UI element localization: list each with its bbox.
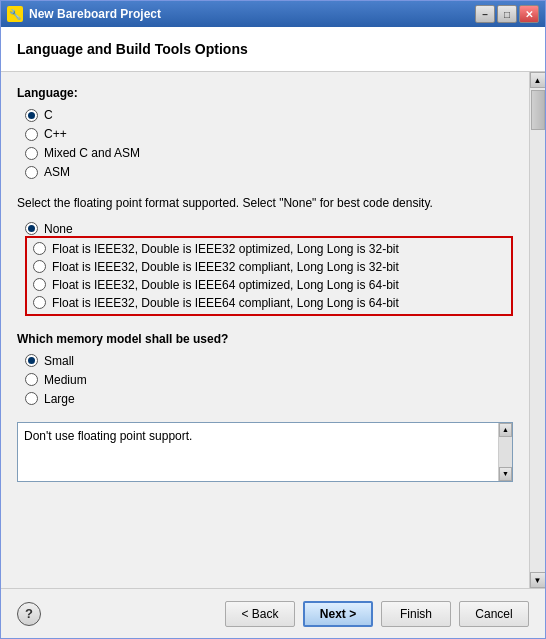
radio-label-large: Large — [44, 392, 75, 406]
radio-label-float4: Float is IEEE32, Double is IEEE64 compli… — [52, 296, 399, 310]
memory-label: Which memory model shall be used? — [17, 332, 513, 346]
radio-circle-large — [25, 392, 38, 405]
text-box-scrollbar: ▲ ▼ — [498, 423, 512, 481]
info-text-box: Don't use floating point support. ▲ ▼ — [17, 422, 513, 482]
close-button[interactable]: ✕ — [519, 5, 539, 23]
title-bar: 🔧 New Bareboard Project – □ ✕ — [1, 1, 545, 27]
cancel-button[interactable]: Cancel — [459, 601, 529, 627]
radio-circle-asm — [25, 166, 38, 179]
radio-circle-medium — [25, 373, 38, 386]
language-label: Language: — [17, 86, 513, 100]
scroll-up-button[interactable]: ▲ — [530, 72, 546, 88]
text-scroll-track — [499, 437, 512, 467]
radio-item-large[interactable]: Large — [25, 392, 513, 406]
radio-item-float4[interactable]: Float is IEEE32, Double is IEEE64 compli… — [33, 296, 505, 310]
radio-circle-float3 — [33, 278, 46, 291]
radio-circle-cpp — [25, 128, 38, 141]
radio-label-cpp: C++ — [44, 127, 67, 141]
memory-radio-group: Small Medium Large — [25, 354, 513, 406]
main-content: Language: C C++ Mixed C and ASM — [1, 72, 529, 588]
footer-buttons: < Back Next > Finish Cancel — [225, 601, 529, 627]
radio-label-float2: Float is IEEE32, Double is IEEE32 compli… — [52, 260, 399, 274]
radio-item-small[interactable]: Small — [25, 354, 513, 368]
maximize-button[interactable]: □ — [497, 5, 517, 23]
radio-circle-float4 — [33, 296, 46, 309]
finish-button[interactable]: Finish — [381, 601, 451, 627]
header-section: Language and Build Tools Options — [1, 27, 545, 72]
radio-label-float1: Float is IEEE32, Double is IEEE32 optimi… — [52, 242, 399, 256]
window-icon: 🔧 — [7, 6, 23, 22]
radio-item-float1[interactable]: Float is IEEE32, Double is IEEE32 optimi… — [33, 242, 505, 256]
radio-item-mixed[interactable]: Mixed C and ASM — [25, 146, 513, 160]
language-section: Language: C C++ Mixed C and ASM — [17, 86, 513, 179]
radio-label-c: C — [44, 108, 53, 122]
main-window: 🔧 New Bareboard Project – □ ✕ Language a… — [0, 0, 546, 639]
float-radio-group: None — [25, 222, 513, 236]
radio-circle-mixed — [25, 147, 38, 160]
scroll-thumb[interactable] — [531, 90, 545, 130]
window-title: New Bareboard Project — [29, 7, 161, 21]
float-section: Select the floating point format support… — [17, 195, 513, 316]
radio-label-mixed: Mixed C and ASM — [44, 146, 140, 160]
language-radio-group: C C++ Mixed C and ASM ASM — [25, 108, 513, 179]
footer: ? < Back Next > Finish Cancel — [1, 588, 545, 638]
radio-item-asm[interactable]: ASM — [25, 165, 513, 179]
float-description: Select the floating point format support… — [17, 195, 513, 212]
text-scroll-down[interactable]: ▼ — [499, 467, 512, 481]
radio-item-cpp[interactable]: C++ — [25, 127, 513, 141]
radio-item-none[interactable]: None — [25, 222, 513, 236]
radio-circle-float1 — [33, 242, 46, 255]
radio-circle-small — [25, 354, 38, 367]
radio-label-medium: Medium — [44, 373, 87, 387]
content-area: Language: C C++ Mixed C and ASM — [1, 72, 545, 588]
radio-circle-none — [25, 222, 38, 235]
scroll-down-button[interactable]: ▼ — [530, 572, 546, 588]
scroll-track — [530, 88, 545, 572]
help-button[interactable]: ? — [17, 602, 41, 626]
radio-item-float3[interactable]: Float is IEEE32, Double is IEEE64 optimi… — [33, 278, 505, 292]
radio-label-small: Small — [44, 354, 74, 368]
radio-circle-float2 — [33, 260, 46, 273]
minimize-button[interactable]: – — [475, 5, 495, 23]
text-scroll-up[interactable]: ▲ — [499, 423, 512, 437]
radio-label-asm: ASM — [44, 165, 70, 179]
title-bar-controls: – □ ✕ — [475, 5, 539, 23]
radio-item-float2[interactable]: Float is IEEE32, Double is IEEE32 compli… — [33, 260, 505, 274]
page-title: Language and Build Tools Options — [17, 41, 529, 57]
radio-label-float3: Float is IEEE32, Double is IEEE64 optimi… — [52, 278, 399, 292]
radio-item-c[interactable]: C — [25, 108, 513, 122]
radio-circle-c — [25, 109, 38, 122]
radio-label-none: None — [44, 222, 73, 236]
main-scrollbar: ▲ ▼ — [529, 72, 545, 588]
next-button[interactable]: Next > — [303, 601, 373, 627]
back-button[interactable]: < Back — [225, 601, 295, 627]
highlighted-float-group: Float is IEEE32, Double is IEEE32 optimi… — [25, 236, 513, 316]
info-text-content: Don't use floating point support. — [24, 429, 192, 443]
radio-item-medium[interactable]: Medium — [25, 373, 513, 387]
memory-section: Which memory model shall be used? Small … — [17, 332, 513, 406]
